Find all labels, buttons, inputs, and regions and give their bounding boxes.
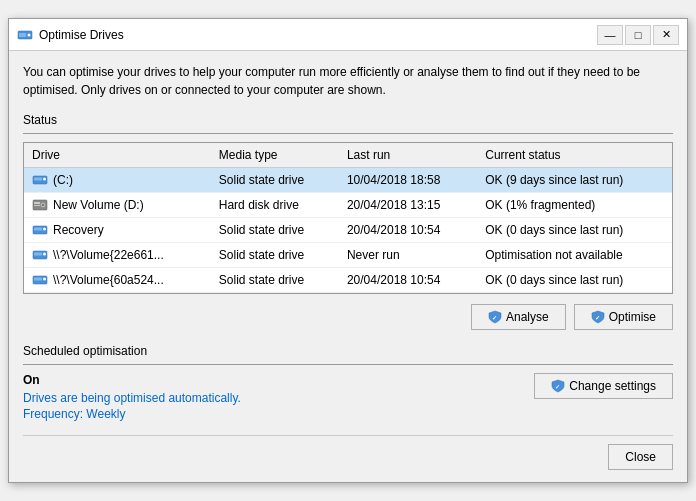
content-area: You can optimise your drives to help you… bbox=[9, 51, 687, 482]
table-row[interactable]: New Volume (D:)Hard disk drive20/04/2018… bbox=[24, 193, 672, 218]
current-status-cell: OK (0 days since last run) bbox=[477, 218, 672, 243]
drive-name: Recovery bbox=[53, 223, 104, 237]
settings-shield-icon: ✓ bbox=[551, 379, 565, 393]
ssd-icon bbox=[32, 222, 48, 238]
svg-point-13 bbox=[43, 228, 46, 231]
current-status-cell: OK (1% fragmented) bbox=[477, 193, 672, 218]
table-row[interactable]: RecoverySolid state drive20/04/2018 10:5… bbox=[24, 218, 672, 243]
col-last-run: Last run bbox=[339, 143, 477, 168]
drive-name: \\?\Volume{60a524... bbox=[53, 273, 164, 287]
svg-text:✓: ✓ bbox=[595, 315, 600, 321]
last-run-cell: 20/04/2018 10:54 bbox=[339, 268, 477, 293]
svg-rect-4 bbox=[34, 178, 42, 181]
drives-table: Drive Media type Last run Current status… bbox=[24, 143, 672, 293]
last-run-cell: Never run bbox=[339, 243, 477, 268]
scheduled-info: On Drives are being optimised automatica… bbox=[23, 373, 241, 421]
svg-point-19 bbox=[43, 278, 46, 281]
table-row[interactable]: (C:)Solid state drive10/04/2018 18:58OK … bbox=[24, 168, 672, 193]
optimise-shield-icon: ✓ bbox=[591, 310, 605, 324]
change-settings-button[interactable]: ✓ Change settings bbox=[534, 373, 673, 399]
window-icon bbox=[17, 27, 33, 43]
ssd-icon bbox=[32, 172, 48, 188]
svg-rect-9 bbox=[34, 202, 40, 204]
hdd-icon bbox=[32, 197, 48, 213]
drive-name: (C:) bbox=[53, 173, 73, 187]
action-buttons-row: ✓ Analyse ✓ Optimise bbox=[23, 304, 673, 330]
scheduled-status: On bbox=[23, 373, 241, 387]
scheduled-separator bbox=[23, 364, 673, 365]
close-title-button[interactable]: ✕ bbox=[653, 25, 679, 45]
table-row[interactable]: \\?\Volume{22e661...Solid state driveNev… bbox=[24, 243, 672, 268]
col-drive: Drive bbox=[24, 143, 211, 168]
svg-rect-2 bbox=[19, 33, 26, 37]
scheduled-label: Scheduled optimisation bbox=[23, 344, 673, 358]
scheduled-description: Drives are being optimised automatically… bbox=[23, 391, 241, 405]
maximize-button[interactable]: □ bbox=[625, 25, 651, 45]
svg-point-5 bbox=[43, 178, 46, 181]
window-title: Optimise Drives bbox=[39, 28, 124, 42]
last-run-cell: 10/04/2018 18:58 bbox=[339, 168, 477, 193]
change-settings-label: Change settings bbox=[569, 379, 656, 393]
media-type-cell: Solid state drive bbox=[211, 243, 339, 268]
current-status-cell: Optimisation not available bbox=[477, 243, 672, 268]
optimise-button[interactable]: ✓ Optimise bbox=[574, 304, 673, 330]
drives-table-body: (C:)Solid state drive10/04/2018 18:58OK … bbox=[24, 168, 672, 293]
table-row[interactable]: \\?\Volume{60a524...Solid state drive20/… bbox=[24, 268, 672, 293]
media-type-cell: Solid state drive bbox=[211, 168, 339, 193]
svg-rect-15 bbox=[34, 253, 42, 256]
drive-cell: New Volume (D:) bbox=[24, 193, 211, 218]
drive-cell: Recovery bbox=[24, 218, 211, 243]
svg-point-8 bbox=[42, 204, 44, 206]
media-type-cell: Solid state drive bbox=[211, 268, 339, 293]
svg-point-16 bbox=[43, 253, 46, 256]
current-status-cell: OK (9 days since last run) bbox=[477, 168, 672, 193]
analyse-shield-icon: ✓ bbox=[488, 310, 502, 324]
minimize-button[interactable]: — bbox=[597, 25, 623, 45]
svg-point-1 bbox=[28, 33, 31, 36]
title-bar-left: Optimise Drives bbox=[17, 27, 124, 43]
drive-name: \\?\Volume{22e661... bbox=[53, 248, 164, 262]
drive-name: New Volume (D:) bbox=[53, 198, 144, 212]
optimise-label: Optimise bbox=[609, 310, 656, 324]
close-button[interactable]: Close bbox=[608, 444, 673, 470]
current-status-cell: OK (0 days since last run) bbox=[477, 268, 672, 293]
ssd-icon bbox=[32, 272, 48, 288]
analyse-label: Analyse bbox=[506, 310, 549, 324]
media-type-cell: Hard disk drive bbox=[211, 193, 339, 218]
col-media-type: Media type bbox=[211, 143, 339, 168]
col-current-status: Current status bbox=[477, 143, 672, 168]
scheduled-header: On Drives are being optimised automatica… bbox=[23, 373, 673, 421]
main-window: Optimise Drives — □ ✕ You can optimise y… bbox=[8, 18, 688, 483]
status-label: Status bbox=[23, 113, 673, 127]
svg-rect-18 bbox=[34, 278, 42, 281]
title-controls: — □ ✕ bbox=[597, 25, 679, 45]
ssd-icon bbox=[32, 247, 48, 263]
status-separator bbox=[23, 133, 673, 134]
scheduled-section: On Drives are being optimised automatica… bbox=[23, 373, 673, 421]
drives-table-container: Drive Media type Last run Current status… bbox=[23, 142, 673, 294]
drive-cell: \\?\Volume{60a524... bbox=[24, 268, 211, 293]
table-header-row: Drive Media type Last run Current status bbox=[24, 143, 672, 168]
last-run-cell: 20/04/2018 13:15 bbox=[339, 193, 477, 218]
bottom-row: Close bbox=[23, 435, 673, 470]
analyse-button[interactable]: ✓ Analyse bbox=[471, 304, 566, 330]
scheduled-frequency: Frequency: Weekly bbox=[23, 407, 241, 421]
media-type-cell: Solid state drive bbox=[211, 218, 339, 243]
drive-cell: (C:) bbox=[24, 168, 211, 193]
last-run-cell: 20/04/2018 10:54 bbox=[339, 218, 477, 243]
svg-rect-10 bbox=[34, 205, 40, 206]
svg-rect-12 bbox=[34, 228, 42, 231]
svg-text:✓: ✓ bbox=[492, 315, 497, 321]
title-bar: Optimise Drives — □ ✕ bbox=[9, 19, 687, 51]
drive-cell: \\?\Volume{22e661... bbox=[24, 243, 211, 268]
description-text: You can optimise your drives to help you… bbox=[23, 63, 673, 99]
svg-text:✓: ✓ bbox=[555, 384, 560, 390]
